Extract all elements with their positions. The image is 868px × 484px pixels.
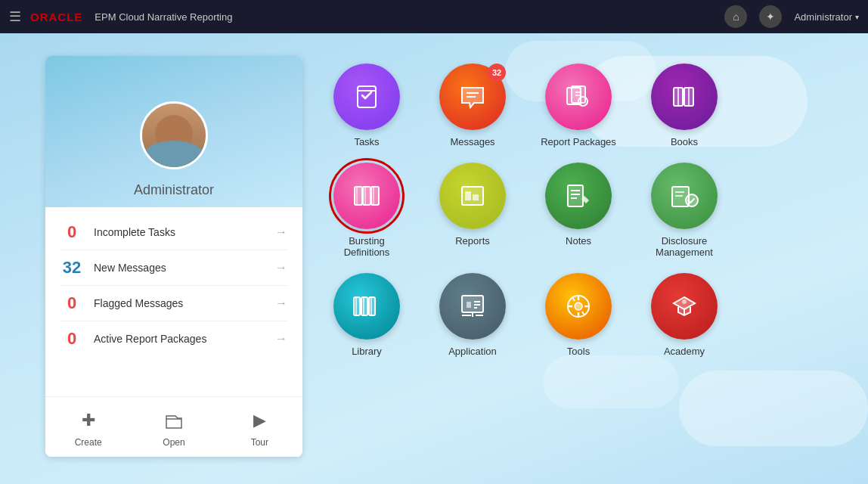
svg-rect-14 bbox=[363, 187, 370, 205]
username-display: Administrator bbox=[134, 182, 214, 198]
stats-list: 0 Incomplete Tasks → 32 New Messages → 0… bbox=[45, 207, 302, 364]
icon-circle-report-packages bbox=[545, 64, 612, 130]
header: ☰ ORACLE EPM Cloud Narrative Reporting ⌂… bbox=[0, 0, 868, 33]
user-panel-header: Administrator bbox=[45, 56, 302, 207]
grid-item-disclosure-management[interactable]: Disclosure Management bbox=[643, 163, 726, 258]
grid-item-report-packages[interactable]: Report Packages bbox=[537, 64, 620, 147]
grid-item-bursting-definitions[interactable]: Bursting Definitions bbox=[325, 163, 408, 258]
grid-item-academy[interactable]: Academy bbox=[643, 273, 726, 357]
icon-circle-books bbox=[651, 64, 718, 130]
icon-label-disclosure-management: Disclosure Management bbox=[643, 235, 726, 258]
grid-item-library[interactable]: Library bbox=[325, 273, 408, 357]
grid-item-reports[interactable]: Reports bbox=[431, 163, 514, 258]
icon-circle-library bbox=[333, 273, 400, 340]
stat-label: Incomplete Tasks bbox=[94, 226, 265, 238]
icon-circle-messages: 32 bbox=[439, 64, 506, 130]
svg-rect-20 bbox=[465, 191, 471, 200]
create-label: Create bbox=[75, 437, 102, 448]
icon-circle-tasks bbox=[333, 64, 400, 130]
stat-item-2[interactable]: 0 Flagged Messages → bbox=[60, 286, 287, 321]
user-name-header: Administrator bbox=[794, 11, 852, 23]
cloud-decoration-4 bbox=[543, 355, 679, 408]
arrow-icon: → bbox=[275, 261, 287, 275]
open-icon bbox=[160, 407, 188, 434]
svg-point-42 bbox=[575, 302, 582, 310]
icon-label-application: Application bbox=[448, 346, 497, 357]
svg-rect-13 bbox=[355, 187, 362, 205]
icon-circle-application bbox=[439, 273, 506, 340]
home-button[interactable]: ⌂ bbox=[724, 5, 747, 28]
header-icons: ⌂ ✦ Administrator ▾ bbox=[724, 5, 859, 28]
tour-label: Tour bbox=[251, 437, 268, 448]
stat-count: 0 bbox=[60, 293, 83, 313]
icon-label-report-packages: Report Packages bbox=[541, 136, 616, 147]
stat-label: New Messages bbox=[94, 262, 265, 274]
icon-label-reports: Reports bbox=[455, 235, 490, 247]
grid-item-books[interactable]: Books bbox=[643, 64, 726, 147]
stat-item-0[interactable]: 0 Incomplete Tasks → bbox=[60, 215, 287, 250]
icon-label-tasks: Tasks bbox=[354, 136, 379, 147]
svg-rect-21 bbox=[473, 194, 479, 200]
icon-circle-notes bbox=[545, 163, 612, 229]
arrow-icon: → bbox=[275, 296, 287, 310]
stat-label: Flagged Messages bbox=[94, 297, 265, 309]
tour-button[interactable]: ▶ Tour bbox=[246, 407, 273, 448]
icon-label-books: Books bbox=[671, 136, 698, 147]
grid-item-application[interactable]: Application bbox=[431, 273, 514, 357]
user-menu[interactable]: Administrator ▾ bbox=[794, 11, 859, 23]
stat-item-1[interactable]: 32 New Messages → bbox=[60, 250, 287, 286]
menu-icon[interactable]: ☰ bbox=[9, 8, 21, 25]
icon-grid: Tasks32MessagesReport PackagesBooksBurst… bbox=[325, 64, 845, 357]
grid-item-notes[interactable]: Notes bbox=[537, 163, 620, 258]
arrow-icon: → bbox=[275, 332, 287, 346]
main-background: Administrator 0 Incomplete Tasks → 32 Ne… bbox=[0, 33, 868, 484]
open-button[interactable]: Open bbox=[160, 407, 188, 448]
grid-item-tools[interactable]: Tools bbox=[537, 273, 620, 357]
stat-item-3[interactable]: 0 Active Report Packages → bbox=[60, 321, 287, 356]
icon-label-tools: Tools bbox=[567, 346, 590, 357]
app-grid: Tasks32MessagesReport PackagesBooksBurst… bbox=[325, 64, 845, 357]
stat-count: 0 bbox=[60, 329, 83, 349]
stat-label: Active Report Packages bbox=[94, 333, 265, 345]
plus-icon: ✚ bbox=[75, 407, 102, 434]
panel-actions: ✚ Create Open ▶ Tour bbox=[45, 396, 302, 457]
grid-item-messages[interactable]: 32Messages bbox=[431, 64, 514, 147]
icon-circle-tools bbox=[545, 273, 612, 340]
icon-circle-reports bbox=[439, 163, 506, 229]
icon-label-library: Library bbox=[352, 346, 382, 357]
icon-label-academy: Academy bbox=[664, 346, 705, 357]
icon-circle-academy bbox=[651, 273, 718, 340]
stat-count: 0 bbox=[60, 222, 83, 242]
icon-circle-disclosure-management bbox=[651, 163, 718, 229]
open-label: Open bbox=[163, 437, 184, 448]
app-title: EPM Cloud Narrative Reporting bbox=[95, 11, 232, 23]
icon-label-notes: Notes bbox=[566, 235, 591, 247]
svg-point-47 bbox=[682, 299, 687, 304]
grid-item-tasks[interactable]: Tasks bbox=[325, 64, 408, 147]
create-button[interactable]: ✚ Create bbox=[75, 407, 102, 448]
icon-label-bursting-definitions: Bursting Definitions bbox=[325, 235, 408, 258]
icon-circle-bursting-definitions bbox=[333, 163, 400, 229]
icon-label-messages: Messages bbox=[450, 136, 494, 147]
help-button[interactable]: ✦ bbox=[759, 5, 782, 28]
arrow-icon: → bbox=[275, 225, 287, 239]
svg-rect-22 bbox=[568, 185, 583, 206]
notification-badge: 32 bbox=[488, 64, 506, 82]
svg-rect-15 bbox=[371, 187, 379, 205]
user-panel: Administrator 0 Incomplete Tasks → 32 Ne… bbox=[45, 56, 302, 457]
chevron-down-icon: ▾ bbox=[855, 13, 859, 21]
avatar-image bbox=[142, 104, 206, 167]
avatar bbox=[140, 101, 208, 169]
cloud-decoration-3 bbox=[679, 371, 868, 446]
tour-icon: ▶ bbox=[246, 407, 273, 434]
oracle-logo: ORACLE bbox=[30, 11, 82, 23]
stat-count: 32 bbox=[60, 258, 83, 278]
